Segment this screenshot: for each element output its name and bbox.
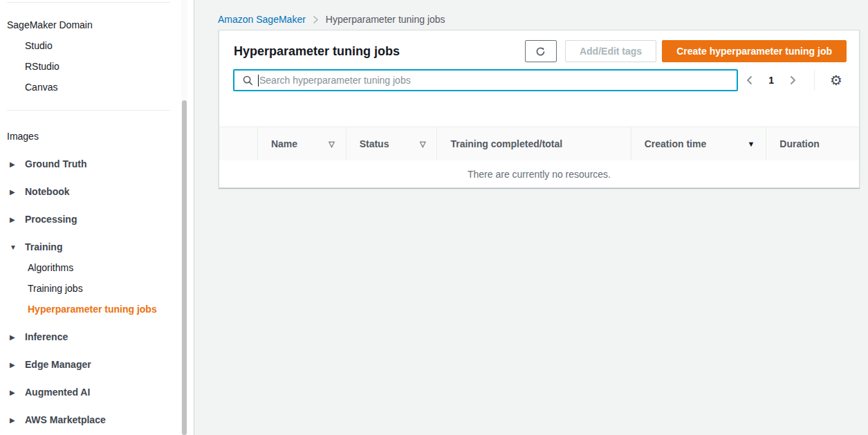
expand-arrow-icon: ▶	[10, 361, 25, 369]
sidebar-item-notebook[interactable]: ▶ Notebook	[10, 185, 70, 198]
sidebar: SageMaker Domain Studio RStudio Canvas I…	[0, 0, 181, 435]
tuning-jobs-table: Name ▽ Status ▽ Training completed/total…	[219, 127, 859, 187]
sidebar-section-sagemaker-domain[interactable]: SageMaker Domain	[7, 18, 93, 32]
column-label: Duration	[779, 138, 820, 149]
chevron-left-icon	[746, 75, 753, 85]
search-input[interactable]	[259, 75, 731, 86]
table-header-name[interactable]: Name ▽	[257, 127, 346, 160]
search-box	[233, 69, 738, 91]
pagination-divider	[814, 70, 815, 91]
breadcrumb: Amazon SageMaker Hyperparameter tuning j…	[218, 14, 445, 25]
sidebar-item-label: Notebook	[25, 186, 70, 197]
sidebar-item-studio[interactable]: Studio	[25, 39, 53, 53]
sidebar-item-label: Edge Manager	[25, 359, 91, 370]
sidebar-item-training-jobs[interactable]: Training jobs	[28, 281, 83, 295]
sidebar-item-label: AWS Marketplace	[25, 414, 106, 425]
hyperparameter-tuning-jobs-panel: Hyperparameter tuning jobs Add/Edit tags…	[219, 30, 860, 188]
sidebar-item-label: Training	[25, 241, 62, 252]
sidebar-item-label: Inference	[25, 331, 68, 342]
table-header-duration: Duration	[766, 127, 859, 160]
table-header-status[interactable]: Status ▽	[346, 127, 437, 160]
expand-arrow-icon: ▶	[10, 333, 25, 341]
column-label: Name	[271, 138, 297, 149]
sort-descending-icon: ▼	[747, 140, 755, 148]
sidebar-section-images[interactable]: Images	[7, 129, 39, 143]
sidebar-scrollbar-thumb[interactable]	[182, 100, 187, 435]
sidebar-divider	[7, 2, 170, 3]
sidebar-item-label: Augmented AI	[25, 387, 90, 398]
sidebar-item-inference[interactable]: ▶ Inference	[10, 330, 68, 344]
search-icon	[243, 75, 253, 86]
chevron-right-icon	[789, 75, 796, 85]
sidebar-divider	[7, 110, 170, 111]
page-title: Hyperparameter tuning jobs	[234, 44, 525, 59]
breadcrumb-separator-icon	[313, 15, 319, 24]
breadcrumb-link-sagemaker[interactable]: Amazon SageMaker	[218, 14, 306, 25]
table-header-checkbox-column	[219, 127, 257, 160]
collapse-arrow-icon: ▼	[10, 243, 25, 251]
sidebar-item-processing[interactable]: ▶ Processing	[10, 212, 77, 226]
refresh-button[interactable]	[525, 40, 557, 62]
sidebar-item-rstudio[interactable]: RStudio	[25, 59, 59, 73]
settings-gear-icon[interactable]: ⚙	[826, 73, 847, 87]
sidebar-item-label: Processing	[25, 214, 77, 225]
expand-arrow-icon: ▶	[10, 389, 25, 396]
sidebar-item-ground-truth[interactable]: ▶ Ground Truth	[10, 157, 86, 171]
sidebar-item-edge-manager[interactable]: ▶ Edge Manager	[10, 358, 91, 371]
panel-header: Hyperparameter tuning jobs Add/Edit tags…	[219, 30, 859, 62]
sidebar-item-label: Ground Truth	[25, 158, 86, 169]
table-controls: 1 ⚙	[233, 69, 847, 91]
column-label: Status	[360, 138, 389, 149]
sidebar-item-aws-marketplace[interactable]: ▶ AWS Marketplace	[10, 413, 106, 427]
sidebar-item-canvas[interactable]: Canvas	[25, 80, 57, 94]
sidebar-item-augmented-ai[interactable]: ▶ Augmented AI	[10, 385, 90, 399]
sort-icon: ▽	[420, 140, 425, 149]
refresh-icon	[535, 46, 546, 57]
main-content: Amazon SageMaker Hyperparameter tuning j…	[194, 0, 868, 435]
table-header-training-completed-total: Training completed/total	[436, 127, 630, 160]
sidebar-item-algorithms[interactable]: Algorithms	[28, 261, 73, 275]
previous-page-button[interactable]	[742, 73, 757, 88]
table-header-creation-time[interactable]: Creation time ▼	[631, 127, 766, 160]
breadcrumb-current: Hyperparameter tuning jobs	[326, 14, 445, 25]
create-hyperparameter-tuning-job-button[interactable]: Create hyperparameter tuning job	[662, 40, 847, 62]
sort-icon: ▽	[329, 140, 334, 149]
add-edit-tags-button[interactable]: Add/Edit tags	[565, 40, 656, 62]
expand-arrow-icon: ▶	[10, 160, 25, 168]
empty-state-message: There are currently no resources.	[219, 160, 859, 187]
expand-arrow-icon: ▶	[10, 188, 25, 196]
next-page-button[interactable]	[785, 73, 800, 88]
pagination: 1 ⚙	[742, 70, 847, 91]
table-header-row: Name ▽ Status ▽ Training completed/total…	[219, 127, 859, 160]
expand-arrow-icon: ▶	[10, 416, 25, 424]
expand-arrow-icon: ▶	[10, 216, 25, 223]
current-page-number[interactable]: 1	[768, 75, 774, 86]
sidebar-item-training[interactable]: ▼ Training	[10, 240, 62, 254]
column-label: Creation time	[645, 138, 706, 149]
sidebar-item-hyperparameter-tuning-jobs[interactable]: Hyperparameter tuning jobs	[28, 302, 157, 316]
column-label: Training completed/total	[450, 138, 562, 149]
